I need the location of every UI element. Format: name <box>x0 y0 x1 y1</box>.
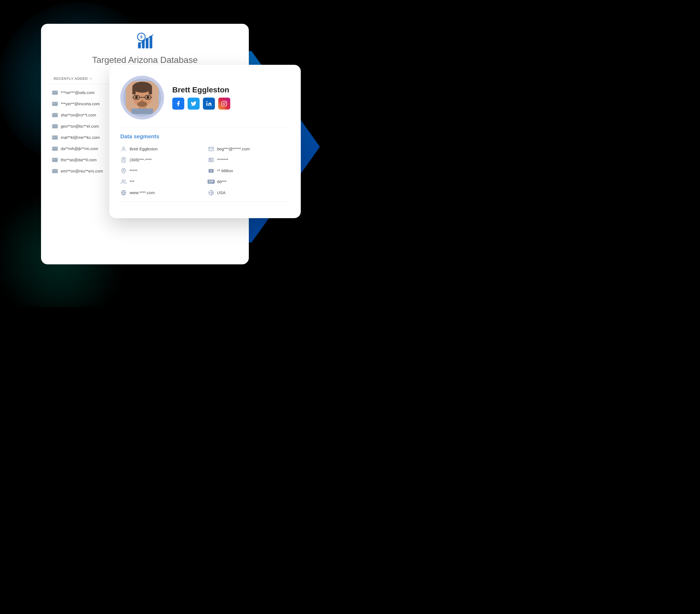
logo-icon: $ <box>135 32 154 51</box>
data-phone-item: (308)***-**** <box>120 156 202 163</box>
full-name-value: Brett Eggleston <box>129 147 158 151</box>
employees-value: *** <box>129 179 135 184</box>
data-name-item: Brett Eggleston <box>120 146 202 152</box>
email-envelope-icon <box>52 169 58 173</box>
profile-info: Brett Eggleston <box>172 86 230 110</box>
avatar-ring-inner <box>123 79 161 116</box>
svg-point-33 <box>225 102 226 102</box>
data-email-item: beg***@*****.com <box>208 146 290 152</box>
email-envelope-icon <box>52 113 58 117</box>
svg-rect-8 <box>53 114 57 116</box>
filter-recently-added[interactable]: RECENTLY ADDED ▼ <box>49 73 113 84</box>
data-location-item: ***** <box>120 167 202 174</box>
svg-rect-6 <box>53 91 57 94</box>
svg-point-41 <box>123 170 124 171</box>
phone-icon <box>120 156 127 163</box>
revenue-value: ** Million <box>217 168 233 173</box>
svg-rect-10 <box>53 136 57 139</box>
zip-value: 68*** <box>217 179 226 184</box>
email-icon <box>208 146 214 152</box>
svg-rect-18 <box>132 86 136 94</box>
svg-point-30 <box>207 101 208 102</box>
email-value: beg***@*****.com <box>217 147 250 151</box>
twitter-icon[interactable] <box>188 98 200 110</box>
avatar-face-svg <box>126 81 159 114</box>
facebook-icon[interactable] <box>172 98 184 110</box>
svg-rect-13 <box>53 170 57 173</box>
location-icon <box>120 167 127 174</box>
website-value: www.****.com <box>129 190 155 195</box>
divider-2 <box>120 201 290 202</box>
chevron-icon: ▼ <box>89 77 92 80</box>
profile-card: Brett Eggleston <box>109 65 301 218</box>
revenue-icon: $ <box>208 167 214 174</box>
location-value: ***** <box>129 168 138 173</box>
svg-rect-12 <box>53 159 57 161</box>
svg-text:$: $ <box>211 170 212 172</box>
email-envelope-icon <box>52 158 58 162</box>
id-value: ******* <box>217 158 228 162</box>
avatar <box>120 76 164 120</box>
email-envelope-icon <box>52 147 58 151</box>
data-id-item: ******* <box>208 156 290 163</box>
svg-point-40 <box>210 159 211 160</box>
linkedin-icon[interactable] <box>203 98 215 110</box>
data-segments-title: Data segments <box>120 134 290 140</box>
email-envelope-icon <box>52 90 58 95</box>
svg-point-25 <box>135 96 138 99</box>
card-header: $ Targeted Arizona Database <box>49 32 241 66</box>
svg-text:$: $ <box>140 35 142 39</box>
email-envelope-icon <box>52 102 58 106</box>
country-value: USA <box>217 190 226 195</box>
email-envelope-icon <box>52 124 58 128</box>
data-employees-item: *** <box>120 178 202 185</box>
svg-rect-11 <box>53 147 57 150</box>
data-country-item: USA <box>208 189 290 196</box>
svg-point-32 <box>223 102 225 104</box>
profile-name: Brett Eggleston <box>172 86 230 94</box>
social-icons <box>172 98 230 110</box>
svg-rect-9 <box>53 125 57 128</box>
svg-point-28 <box>137 101 147 107</box>
divider-1 <box>120 128 290 128</box>
id-icon <box>208 156 214 163</box>
data-website-item: www.****.com <box>120 189 202 196</box>
profile-top: Brett Eggleston <box>120 76 290 120</box>
instagram-icon[interactable] <box>218 98 230 110</box>
svg-point-26 <box>147 96 149 99</box>
data-zip-item: ZIP 68*** <box>208 178 290 185</box>
country-icon <box>208 189 214 196</box>
zip-icon: ZIP <box>208 178 214 185</box>
svg-rect-19 <box>149 86 152 94</box>
employees-icon <box>120 178 127 185</box>
svg-rect-31 <box>222 101 227 106</box>
avatar-ring-outer <box>120 76 164 120</box>
svg-rect-7 <box>53 102 57 105</box>
svg-point-34 <box>123 147 125 149</box>
data-revenue-item: $ ** Million <box>208 167 290 174</box>
website-icon <box>120 189 127 196</box>
email-envelope-icon <box>52 135 58 140</box>
svg-rect-29 <box>131 109 153 114</box>
svg-point-44 <box>122 179 124 181</box>
data-grid: Brett Eggleston beg***@*****.com <box>120 146 290 196</box>
svg-rect-5 <box>150 36 152 48</box>
card-title: Targeted Arizona Database <box>92 54 198 66</box>
person-icon <box>120 146 127 152</box>
phone-value: (308)***-**** <box>129 158 152 162</box>
